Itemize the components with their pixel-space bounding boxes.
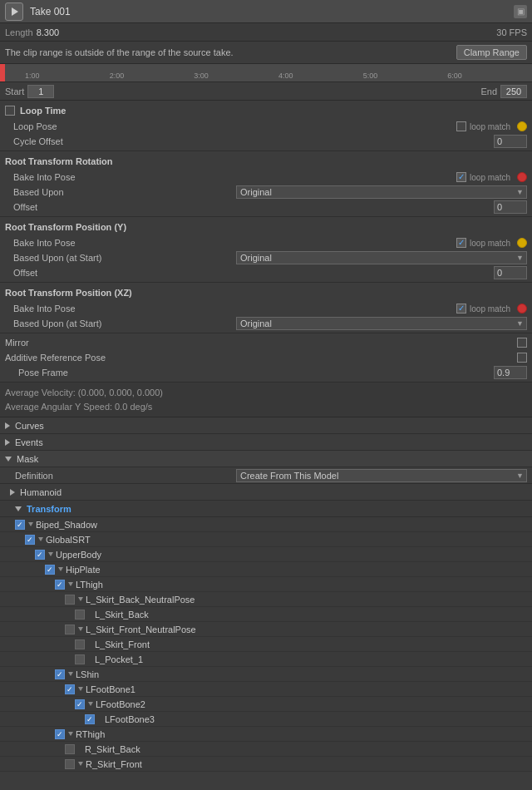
tree-item-rthigh[interactable]: RThigh (0, 727, 532, 742)
loop-time-checkbox[interactable] (5, 106, 15, 116)
l-pocket-1-checkbox[interactable] (75, 654, 85, 664)
pose-frame-input[interactable] (494, 366, 527, 379)
mask-chevron-icon (5, 457, 12, 462)
lfootbone2-checkbox[interactable] (75, 699, 85, 709)
r-skirt-back-checkbox[interactable] (65, 744, 75, 754)
cycle-offset-input[interactable] (494, 135, 527, 148)
l-skirt-front-checkbox[interactable] (75, 639, 85, 649)
tree-item-r-skirt-back[interactable]: R_Skirt_Back (0, 742, 532, 757)
bake-rotation-row: Bake Into Pose loop match (5, 170, 527, 185)
definition-label: Definition (15, 471, 236, 481)
based-upon-rotation-dropdown[interactable]: Original ▼ (236, 185, 527, 199)
events-header[interactable]: Events (0, 434, 532, 451)
length-value: 8.300 (37, 27, 60, 37)
based-upon-pos-xz-dropdown[interactable]: Original ▼ (236, 317, 527, 330)
root-position-y-label: Root Transform Position (Y) (5, 222, 126, 232)
definition-row: Definition Create From This Model ▼ (0, 467, 532, 484)
bake-pos-xz-checkbox[interactable] (456, 304, 466, 314)
l-skirt-back-neutralpose-chevron (78, 597, 83, 601)
l-skirt-back-checkbox[interactable] (75, 610, 85, 620)
hip-plate-label: HipPlate (66, 565, 101, 575)
l-skirt-back-neutralpose-checkbox[interactable] (65, 595, 75, 605)
tree-item-lthigh[interactable]: LThigh (0, 577, 532, 592)
bake-pos-y-row: Bake Into Pose loop match (5, 235, 527, 250)
tree-item-l-pocket-1[interactable]: L_Pocket_1 (0, 652, 532, 667)
timeline-label-6: 6:00 (447, 72, 532, 80)
l-skirt-front-neutralpose-chevron (78, 627, 83, 631)
bake-rotation-checkbox[interactable] (456, 172, 466, 182)
lshin-checkbox[interactable] (55, 669, 65, 679)
clip-icon: ▣ (514, 5, 527, 18)
lthigh-checkbox[interactable] (55, 580, 65, 590)
loop-pose-row: Loop Pose loop match (5, 119, 527, 134)
pose-frame-label: Pose Frame (5, 368, 494, 378)
loop-pose-checkbox[interactable] (456, 121, 466, 131)
lshin-chevron (68, 672, 73, 676)
tree-item-upper-body[interactable]: UpperBody (0, 547, 532, 562)
bake-pos-y-right: loop match (456, 238, 527, 248)
based-upon-pos-y-dropdown[interactable]: Original ▼ (236, 251, 527, 264)
l-skirt-front-label: L_Skirt_Front (95, 639, 150, 649)
root-rotation-section: Root Transform Rotation Bake Into Pose l… (0, 151, 532, 217)
curves-label: Curves (15, 421, 44, 431)
tree-item-global-srt[interactable]: GlobalSRT (0, 532, 532, 547)
mirror-checkbox[interactable] (517, 338, 527, 348)
biped-shadow-chevron (28, 522, 33, 526)
rthigh-checkbox[interactable] (55, 729, 65, 739)
tree-item-lfootbone2[interactable]: LFootBone2 (0, 697, 532, 712)
loop-pose-dot (517, 121, 527, 131)
global-srt-checkbox[interactable] (25, 535, 35, 545)
tree-item-lfootbone3[interactable]: LFootBone3 (0, 712, 532, 727)
upper-body-checkbox[interactable] (35, 550, 45, 560)
top-bar: Length 8.300 30 FPS (0, 23, 532, 42)
bake-pos-xz-row: Bake Into Pose loop match (5, 301, 527, 316)
tree-item-r-skirt-front[interactable]: R_Skirt_Front (0, 757, 532, 772)
tree-item-lshin[interactable]: LShin (0, 667, 532, 682)
tree-item-l-skirt-front-neutralpose[interactable]: L_Skirt_Front_NeutralPose (0, 622, 532, 637)
definition-dropdown[interactable]: Create From This Model ▼ (236, 469, 527, 482)
upper-body-label: UpperBody (56, 550, 101, 560)
loop-pose-match-label: loop match (470, 122, 510, 131)
bake-pos-y-label: Bake Into Pose (13, 238, 456, 248)
tree-item-biped-shadow[interactable]: Biped_Shadow (0, 517, 532, 532)
rotation-dot (517, 172, 527, 182)
biped-shadow-checkbox[interactable] (15, 520, 25, 530)
root-position-xz-header: Root Transform Position (XZ) (5, 284, 527, 301)
start-input[interactable] (27, 85, 54, 98)
additive-checkbox[interactable] (517, 353, 527, 363)
offset-rotation-input[interactable] (494, 200, 527, 214)
definition-arrow: ▼ (516, 472, 524, 480)
end-input[interactable] (500, 85, 527, 98)
timeline[interactable]: 1:00 2:00 3:00 4:00 5:00 6:00 (0, 64, 532, 82)
global-srt-label: GlobalSRT (46, 535, 91, 545)
l-skirt-front-neutralpose-checkbox[interactable] (65, 625, 75, 634)
pos-y-loop-match-label: loop match (470, 239, 510, 248)
main-panel: Take 001 ▣ Length 8.300 30 FPS The clip … (0, 0, 532, 772)
tree-item-l-skirt-back-neutralpose[interactable]: L_Skirt_Back_NeutralPose (0, 592, 532, 607)
based-upon-pos-xz-label: Based Upon (at Start) (13, 318, 236, 328)
velocity-stat: Average Velocity: (0.000, 0.000, 0.000) (5, 386, 527, 400)
tree-item-hip-plate[interactable]: HipPlate (0, 562, 532, 577)
clamp-range-button[interactable]: Clamp Range (456, 45, 527, 60)
play-button[interactable] (5, 2, 23, 21)
humanoid-row[interactable]: Humanoid (0, 484, 532, 501)
timeline-labels: 1:00 2:00 3:00 4:00 5:00 6:00 (0, 64, 532, 81)
transform-section-header[interactable]: Transform (0, 501, 532, 517)
curves-header[interactable]: Curves (0, 417, 532, 434)
lfootbone1-checkbox[interactable] (65, 684, 75, 694)
loop-pose-label: Loop Pose (13, 121, 456, 131)
tree-item-l-skirt-back[interactable]: L_Skirt_Back (0, 607, 532, 622)
offset-rotation-row: Offset (5, 200, 527, 215)
hip-plate-checkbox[interactable] (45, 565, 55, 575)
r-skirt-front-checkbox[interactable] (65, 759, 75, 769)
mask-header[interactable]: Mask (0, 451, 532, 467)
bake-pos-y-checkbox[interactable] (456, 238, 466, 248)
tree-item-lfootbone1[interactable]: LFootBone1 (0, 682, 532, 697)
lfootbone2-label: LFootBone2 (96, 699, 145, 709)
rthigh-chevron (68, 732, 73, 736)
lfootbone3-checkbox[interactable] (85, 714, 95, 724)
loop-time-header: Loop Time (5, 102, 527, 119)
tree-item-l-skirt-front[interactable]: L_Skirt_Front (0, 637, 532, 652)
root-position-xz-section: Root Transform Position (XZ) Bake Into P… (0, 283, 532, 333)
offset-pos-y-input[interactable] (494, 266, 527, 279)
